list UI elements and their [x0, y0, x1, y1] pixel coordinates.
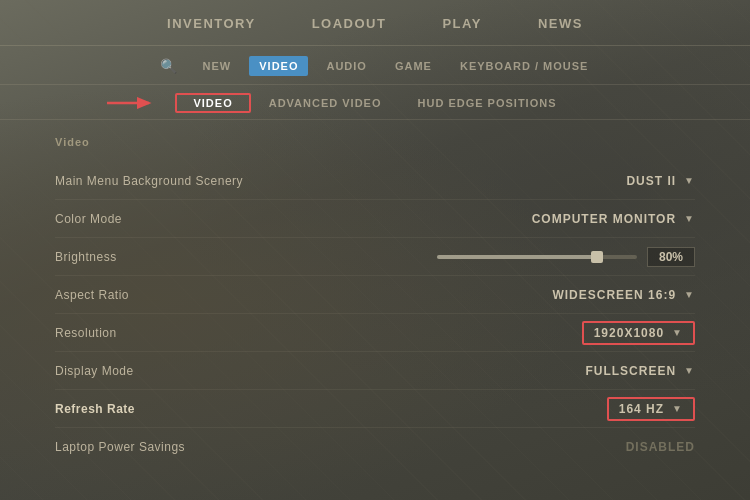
dropdown-refresh-rate[interactable]: 164 HZ ▼	[607, 397, 695, 421]
tab-audio[interactable]: AUDIO	[316, 56, 376, 76]
subtab-advanced-video[interactable]: ADVANCED VIDEO	[251, 93, 400, 113]
dropdown-value-refresh-rate: 164 HZ	[619, 402, 664, 416]
nav-news[interactable]: NEWS	[530, 12, 591, 35]
chevron-down-icon: ▼	[684, 213, 695, 224]
brightness-value: 80%	[647, 247, 695, 267]
search-icon[interactable]: 🔍	[152, 54, 185, 78]
section-label: Video	[55, 136, 695, 148]
tab-video[interactable]: VIDEO	[249, 56, 308, 76]
setting-row-refresh-rate: Refresh Rate 164 HZ ▼	[55, 390, 695, 428]
arrow-indicator	[105, 93, 155, 113]
chevron-down-icon: ▼	[684, 175, 695, 186]
setting-row-laptop-power: Laptop Power Savings DISABLED	[55, 428, 695, 466]
tab-keyboard[interactable]: KEYBOARD / Mouse	[450, 56, 598, 76]
settings-content: Video Main Menu Background Scenery DUST …	[0, 120, 750, 500]
disabled-text: DISABLED	[626, 440, 695, 454]
chevron-down-icon: ▼	[684, 289, 695, 300]
setting-label-brightness: Brightness	[55, 250, 117, 264]
setting-label-laptop-power: Laptop Power Savings	[55, 440, 185, 454]
brightness-control: 80%	[437, 247, 695, 267]
setting-row-color-mode: Color Mode COMPUTER MONITOR ▼	[55, 200, 695, 238]
dropdown-color-mode[interactable]: COMPUTER MONITOR ▼	[532, 212, 695, 226]
setting-label-refresh-rate: Refresh Rate	[55, 402, 135, 416]
setting-row-display-mode: Display Mode FULLSCREEN ▼	[55, 352, 695, 390]
tab-new[interactable]: NEW	[193, 56, 242, 76]
second-navigation: 🔍 NEW VIDEO AUDIO GAME KEYBOARD / Mouse	[0, 46, 750, 85]
brightness-slider[interactable]	[437, 255, 637, 259]
tab-game[interactable]: GAME	[385, 56, 442, 76]
chevron-down-icon: ▼	[684, 365, 695, 376]
dropdown-resolution[interactable]: 1920X1080 ▼	[582, 321, 695, 345]
slider-thumb[interactable]	[591, 251, 603, 263]
nav-inventory[interactable]: INVENTORY	[159, 12, 264, 35]
slider-fill	[437, 255, 597, 259]
app-container: INVENTORY LOADOUT PLAY NEWS 🔍 NEW VIDEO …	[0, 0, 750, 500]
chevron-down-icon: ▼	[672, 403, 683, 414]
chevron-down-icon: ▼	[672, 327, 683, 338]
dropdown-value-aspect-ratio: WIDESCREEN 16:9	[552, 288, 676, 302]
setting-label-aspect-ratio: Aspect Ratio	[55, 288, 129, 302]
dropdown-value-display-mode: FULLSCREEN	[585, 364, 676, 378]
laptop-power-value: DISABLED	[626, 440, 695, 454]
setting-label-color-mode: Color Mode	[55, 212, 122, 226]
dropdown-main-menu-bg[interactable]: DUST II ▼	[626, 174, 695, 188]
subtab-video[interactable]: VIDEO	[175, 93, 250, 113]
dropdown-value-main-menu-bg: DUST II	[626, 174, 676, 188]
setting-label-resolution: Resolution	[55, 326, 117, 340]
third-navigation: VIDEO ADVANCED VIDEO HUD EDGE POSITIONS	[0, 85, 750, 120]
dropdown-display-mode[interactable]: FULLSCREEN ▼	[585, 364, 695, 378]
setting-row-aspect-ratio: Aspect Ratio WIDESCREEN 16:9 ▼	[55, 276, 695, 314]
setting-row-main-menu-bg: Main Menu Background Scenery DUST II ▼	[55, 162, 695, 200]
top-navigation: INVENTORY LOADOUT PLAY NEWS	[0, 0, 750, 46]
dropdown-aspect-ratio[interactable]: WIDESCREEN 16:9 ▼	[552, 288, 695, 302]
dropdown-value-color-mode: COMPUTER MONITOR	[532, 212, 676, 226]
setting-row-resolution: Resolution 1920X1080 ▼	[55, 314, 695, 352]
setting-row-brightness: Brightness 80%	[55, 238, 695, 276]
subtab-hud-edge[interactable]: HUD EDGE POSITIONS	[400, 93, 575, 113]
nav-loadout[interactable]: LOADOUT	[304, 12, 395, 35]
setting-label-main-menu-bg: Main Menu Background Scenery	[55, 174, 243, 188]
setting-label-display-mode: Display Mode	[55, 364, 134, 378]
dropdown-value-resolution: 1920X1080	[594, 326, 664, 340]
nav-play[interactable]: PLAY	[434, 12, 489, 35]
